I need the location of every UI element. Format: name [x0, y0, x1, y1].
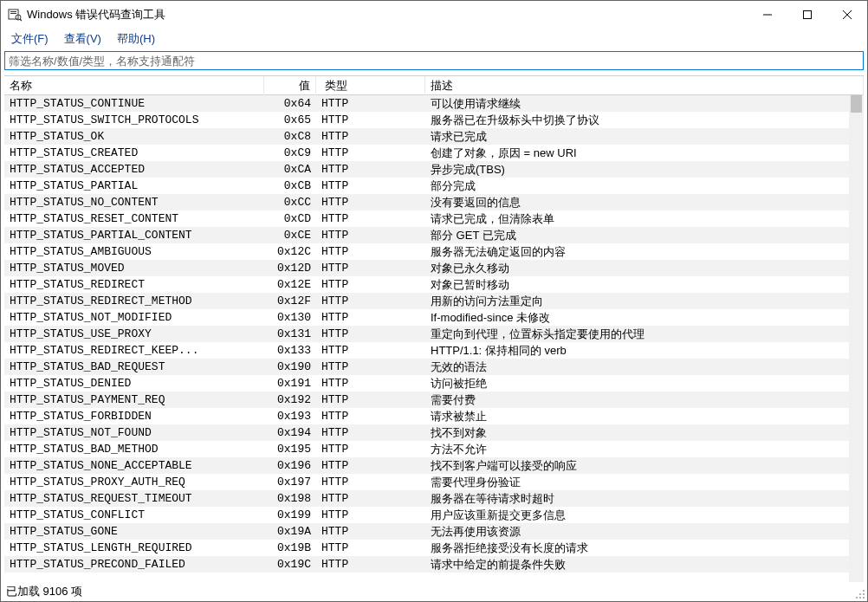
table-row[interactable]: HTTP_STATUS_RESET_CONTENT0xCDHTTP请求已完成，但… — [4, 210, 864, 227]
table-row[interactable]: HTTP_STATUS_DENIED0x191HTTP访问被拒绝 — [4, 375, 864, 392]
table-row[interactable]: HTTP_STATUS_ACCEPTED0xCAHTTP异步完成(TBS) — [4, 161, 864, 178]
cell-value: 0x191 — [264, 377, 316, 390]
cell-desc: 服务器无法确定返回的内容 — [425, 244, 864, 260]
table-row[interactable]: HTTP_STATUS_USE_PROXY0x131HTTP重定向到代理，位置标… — [4, 326, 864, 342]
cell-value: 0x12E — [264, 278, 316, 291]
table-row[interactable]: HTTP_STATUS_PAYMENT_REQ0x192HTTP需要付费 — [4, 392, 864, 408]
table-row[interactable]: HTTP_STATUS_BAD_REQUEST0x190HTTP无效的语法 — [4, 359, 864, 375]
cell-type: HTTP — [316, 459, 425, 472]
filter-input[interactable] — [4, 51, 864, 70]
col-header-name[interactable]: 名称 — [4, 76, 264, 95]
cell-desc: 服务器拒绝接受没有长度的请求 — [425, 541, 864, 556]
cell-type: HTTP — [316, 262, 425, 275]
col-header-value[interactable]: 值 — [264, 76, 316, 95]
cell-name: HTTP_STATUS_LENGTH_REQUIRED — [4, 541, 264, 554]
minimize-button[interactable] — [748, 1, 787, 29]
menu-file[interactable]: 文件(F) — [4, 29, 55, 49]
table-row[interactable]: HTTP_STATUS_FORBIDDEN0x193HTTP请求被禁止 — [4, 408, 864, 424]
table-row[interactable]: HTTP_STATUS_MOVED0x12DHTTP对象已永久移动 — [4, 260, 864, 276]
table-row[interactable]: HTTP_STATUS_PRECOND_FAILED0x19CHTTP请求中给定… — [4, 556, 864, 573]
maximize-button[interactable] — [787, 1, 827, 29]
cell-type: HTTP — [316, 163, 425, 176]
svg-point-13 — [859, 597, 861, 599]
table-row[interactable]: HTTP_STATUS_GONE0x19AHTTP无法再使用该资源 — [4, 523, 864, 540]
cell-name: HTTP_STATUS_CONTINUE — [4, 97, 264, 110]
cell-value: 0x64 — [264, 97, 316, 110]
titlebar: Windows 错误代码查询工具 — [1, 1, 867, 29]
cell-value: 0x194 — [264, 426, 316, 439]
table-row[interactable]: HTTP_STATUS_REDIRECT_KEEP...0x133HTTPHTT… — [4, 342, 864, 359]
cell-value: 0xCA — [264, 163, 316, 176]
cell-desc: 找不到客户端可以接受的响应 — [425, 458, 864, 474]
col-header-desc[interactable]: 描述 — [425, 76, 864, 95]
window-controls — [748, 1, 867, 29]
cell-value: 0x12D — [264, 262, 316, 275]
cell-type: HTTP — [316, 558, 425, 571]
cell-value: 0x19C — [264, 558, 316, 571]
cell-value: 0xCD — [264, 212, 316, 225]
cell-value: 0x197 — [264, 476, 316, 489]
cell-name: HTTP_STATUS_PARTIAL_CONTENT — [4, 229, 264, 242]
table-row[interactable]: HTTP_STATUS_OK0xC8HTTP请求已完成 — [4, 128, 864, 145]
cell-desc: 对象已暂时移动 — [425, 277, 864, 293]
cell-type: HTTP — [316, 97, 425, 110]
cell-type: HTTP — [316, 146, 425, 159]
table-row[interactable]: HTTP_STATUS_CONFLICT0x199HTTP用户应该重新提交更多信… — [4, 507, 864, 523]
cell-value: 0x133 — [264, 344, 316, 357]
cell-desc: 创建了对象，原因 = new URI — [425, 146, 864, 161]
close-button[interactable] — [827, 1, 867, 29]
table-row[interactable]: HTTP_STATUS_NONE_ACCEPTABLE0x196HTTP找不到客… — [4, 457, 864, 474]
app-window: Windows 错误代码查询工具 文件(F) 查看(V) 帮助(H) 名称 值 … — [0, 0, 868, 602]
table-row[interactable]: HTTP_STATUS_BAD_METHOD0x195HTTP方法不允许 — [4, 441, 864, 457]
table-row[interactable]: HTTP_STATUS_PARTIAL0xCBHTTP部分完成 — [4, 178, 864, 194]
cell-type: HTTP — [316, 426, 425, 439]
cell-desc: 请求已完成，但清除表单 — [425, 211, 864, 227]
cell-name: HTTP_STATUS_FORBIDDEN — [4, 410, 264, 423]
cell-type: HTTP — [316, 344, 425, 357]
table-row[interactable]: HTTP_STATUS_NOT_FOUND0x194HTTP找不到对象 — [4, 424, 864, 441]
vertical-scrollbar[interactable] — [849, 95, 864, 582]
cell-name: HTTP_STATUS_BAD_METHOD — [4, 443, 264, 456]
table-row[interactable]: HTTP_STATUS_SWITCH_PROTOCOLS0x65HTTP服务器已… — [4, 112, 864, 128]
cell-type: HTTP — [316, 113, 425, 126]
svg-line-7 — [843, 10, 852, 19]
menu-help[interactable]: 帮助(H) — [110, 29, 162, 49]
scrollbar-thumb[interactable] — [851, 95, 862, 113]
cell-desc: 对象已永久移动 — [425, 261, 864, 276]
table-row[interactable]: HTTP_STATUS_PARTIAL_CONTENT0xCEHTTP部分 GE… — [4, 227, 864, 243]
menubar: 文件(F) 查看(V) 帮助(H) — [1, 29, 867, 49]
cell-desc: 部分完成 — [425, 178, 864, 194]
table-row[interactable]: HTTP_STATUS_REDIRECT0x12EHTTP对象已暂时移动 — [4, 276, 864, 293]
table-row[interactable]: HTTP_STATUS_REDIRECT_METHOD0x12FHTTP用新的访… — [4, 293, 864, 309]
cell-desc: 部分 GET 已完成 — [425, 228, 864, 243]
cell-value: 0x130 — [264, 311, 316, 324]
cell-type: HTTP — [316, 377, 425, 390]
cell-desc: 请求已完成 — [425, 129, 864, 145]
menu-view[interactable]: 查看(V) — [57, 29, 108, 49]
cell-value: 0x19A — [264, 525, 316, 538]
cell-value: 0x192 — [264, 393, 316, 406]
cell-desc: 没有要返回的信息 — [425, 195, 864, 210]
cell-desc: 需要代理身份验证 — [425, 475, 864, 490]
cell-type: HTTP — [316, 212, 425, 225]
table-row[interactable]: HTTP_STATUS_LENGTH_REQUIRED0x19BHTTP服务器拒… — [4, 540, 864, 556]
table-row[interactable]: HTTP_STATUS_NOT_MODIFIED0x130HTTPIf-modi… — [4, 309, 864, 326]
table-row[interactable]: HTTP_STATUS_CONTINUE0x64HTTP可以使用请求继续 — [4, 95, 864, 112]
cell-type: HTTP — [316, 278, 425, 291]
resize-grip[interactable] — [853, 587, 865, 599]
cell-name: HTTP_STATUS_CONFLICT — [4, 508, 264, 521]
table-row[interactable]: HTTP_STATUS_CREATED0xC9HTTP创建了对象，原因 = ne… — [4, 145, 864, 161]
svg-point-12 — [856, 597, 858, 599]
cell-desc: HTTP/1.1: 保持相同的 verb — [425, 343, 864, 359]
cell-desc: 需要付费 — [425, 392, 864, 408]
table-row[interactable]: HTTP_STATUS_NO_CONTENT0xCCHTTP没有要返回的信息 — [4, 194, 864, 210]
cell-type: HTTP — [316, 196, 425, 209]
cell-type: HTTP — [316, 508, 425, 521]
table-row[interactable]: HTTP_STATUS_PROXY_AUTH_REQ0x197HTTP需要代理身… — [4, 474, 864, 490]
table-row[interactable]: HTTP_STATUS_AMBIGUOUS0x12CHTTP服务器无法确定返回的… — [4, 243, 864, 260]
cell-value: 0x196 — [264, 459, 316, 472]
col-header-type[interactable]: 类型 — [316, 76, 425, 95]
cell-desc: 找不到对象 — [425, 425, 864, 441]
table-row[interactable]: HTTP_STATUS_REQUEST_TIMEOUT0x198HTTP服务器在… — [4, 490, 864, 507]
svg-point-11 — [863, 593, 865, 595]
